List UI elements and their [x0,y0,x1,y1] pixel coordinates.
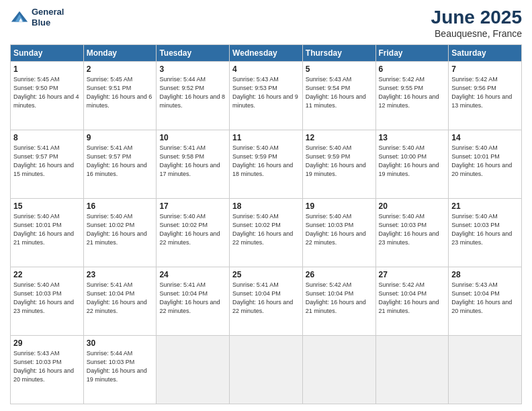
day-number: 2 [87,64,154,74]
col-header-wednesday: Wednesday [230,45,303,62]
day-number: 5 [306,64,373,74]
day-number: 14 [451,133,519,142]
calendar-cell: 27Sunrise: 5:42 AMSunset: 10:04 PMDaylig… [375,267,449,336]
calendar-cell: 8Sunrise: 5:41 AMSunset: 9:57 PMDaylight… [11,130,84,199]
main-title: June 2025 [431,7,522,28]
calendar-cell: 24Sunrise: 5:41 AMSunset: 10:04 PMDaylig… [157,267,230,336]
calendar-cell: 26Sunrise: 5:42 AMSunset: 10:04 PMDaylig… [302,267,375,336]
calendar-cell: 3Sunrise: 5:44 AMSunset: 9:52 PMDaylight… [157,62,230,130]
day-number: 24 [159,270,226,279]
day-info: Sunrise: 5:40 AMSunset: 9:59 PMDaylight:… [306,144,373,179]
day-info: Sunrise: 5:40 AMSunset: 10:02 PMDaylight… [159,212,226,247]
calendar-cell: 10Sunrise: 5:41 AMSunset: 9:58 PMDayligh… [157,130,230,199]
day-number: 29 [13,338,81,348]
col-header-sunday: Sunday [11,45,84,62]
calendar-cell: 12Sunrise: 5:40 AMSunset: 9:59 PMDayligh… [302,130,375,199]
day-number: 28 [451,270,519,279]
day-number: 13 [379,133,446,142]
col-header-thursday: Thursday [302,45,375,62]
calendar-cell: 22Sunrise: 5:40 AMSunset: 10:03 PMDaylig… [11,267,84,336]
calendar-cell: 1Sunrise: 5:45 AMSunset: 9:50 PMDaylight… [11,62,84,130]
logo-icon [10,8,29,27]
day-number: 6 [379,64,446,74]
calendar-cell: 21Sunrise: 5:40 AMSunset: 10:03 PMDaylig… [449,199,522,267]
day-number: 3 [159,64,226,74]
day-info: Sunrise: 5:44 AMSunset: 10:03 PMDaylight… [87,349,154,384]
day-number: 23 [87,270,154,279]
calendar-cell: 16Sunrise: 5:40 AMSunset: 10:02 PMDaylig… [83,199,157,267]
day-info: Sunrise: 5:40 AMSunset: 10:03 PMDaylight… [451,212,519,247]
day-number: 20 [379,201,446,211]
day-number: 21 [451,201,519,211]
day-info: Sunrise: 5:40 AMSunset: 10:01 PMDaylight… [13,212,81,247]
day-number: 17 [159,201,226,211]
day-info: Sunrise: 5:42 AMSunset: 9:56 PMDaylight:… [451,75,519,110]
calendar-cell: 14Sunrise: 5:40 AMSunset: 10:01 PMDaylig… [449,130,522,199]
calendar-cell: 2Sunrise: 5:45 AMSunset: 9:51 PMDaylight… [83,62,157,130]
day-info: Sunrise: 5:41 AMSunset: 10:04 PMDaylight… [87,281,154,316]
day-info: Sunrise: 5:45 AMSunset: 9:50 PMDaylight:… [13,75,81,110]
day-info: Sunrise: 5:41 AMSunset: 10:04 PMDaylight… [232,281,300,316]
calendar-cell: 4Sunrise: 5:43 AMSunset: 9:53 PMDaylight… [230,62,303,130]
day-info: Sunrise: 5:40 AMSunset: 10:02 PMDaylight… [232,212,300,247]
day-number: 9 [87,133,154,142]
day-info: Sunrise: 5:43 AMSunset: 10:04 PMDaylight… [451,281,519,316]
calendar-cell: 30Sunrise: 5:44 AMSunset: 10:03 PMDaylig… [83,336,157,404]
day-info: Sunrise: 5:42 AMSunset: 10:04 PMDaylight… [379,281,446,316]
title-block: June 2025 Beauquesne, France [431,7,522,39]
calendar-cell [230,336,303,404]
day-number: 26 [306,270,373,279]
calendar-cell: 18Sunrise: 5:40 AMSunset: 10:02 PMDaylig… [230,199,303,267]
day-info: Sunrise: 5:42 AMSunset: 9:55 PMDaylight:… [379,75,446,110]
calendar-cell: 23Sunrise: 5:41 AMSunset: 10:04 PMDaylig… [83,267,157,336]
day-number: 8 [13,133,81,142]
calendar-cell: 13Sunrise: 5:40 AMSunset: 10:00 PMDaylig… [375,130,449,199]
day-info: Sunrise: 5:40 AMSunset: 9:59 PMDaylight:… [232,144,300,179]
calendar-cell [302,336,375,404]
day-info: Sunrise: 5:41 AMSunset: 9:57 PMDaylight:… [87,144,154,179]
calendar-cell: 20Sunrise: 5:40 AMSunset: 10:03 PMDaylig… [375,199,449,267]
col-header-friday: Friday [375,45,449,62]
calendar-cell [375,336,449,404]
day-info: Sunrise: 5:40 AMSunset: 10:03 PMDaylight… [13,281,81,316]
logo: General Blue [10,7,64,28]
day-info: Sunrise: 5:41 AMSunset: 10:04 PMDaylight… [159,281,226,316]
calendar-cell: 19Sunrise: 5:40 AMSunset: 10:03 PMDaylig… [302,199,375,267]
calendar-cell: 28Sunrise: 5:43 AMSunset: 10:04 PMDaylig… [449,267,522,336]
col-header-tuesday: Tuesday [157,45,230,62]
calendar-cell: 29Sunrise: 5:43 AMSunset: 10:03 PMDaylig… [11,336,84,404]
calendar-cell: 6Sunrise: 5:42 AMSunset: 9:55 PMDaylight… [375,62,449,130]
calendar-cell: 15Sunrise: 5:40 AMSunset: 10:01 PMDaylig… [11,199,84,267]
day-number: 11 [232,133,300,142]
calendar-cell [449,336,522,404]
calendar-table: SundayMondayTuesdayWednesdayThursdayFrid… [10,44,522,404]
day-number: 18 [232,201,300,211]
day-number: 12 [306,133,373,142]
day-info: Sunrise: 5:43 AMSunset: 10:03 PMDaylight… [13,349,81,384]
day-number: 15 [13,201,81,211]
page: General Blue June 2025 Beauquesne, Franc… [0,0,532,411]
calendar-cell: 9Sunrise: 5:41 AMSunset: 9:57 PMDaylight… [83,130,157,199]
day-number: 10 [159,133,226,142]
calendar-cell: 11Sunrise: 5:40 AMSunset: 9:59 PMDayligh… [230,130,303,199]
day-info: Sunrise: 5:40 AMSunset: 10:03 PMDaylight… [306,212,373,247]
calendar-cell: 25Sunrise: 5:41 AMSunset: 10:04 PMDaylig… [230,267,303,336]
day-number: 19 [306,201,373,211]
calendar-cell: 17Sunrise: 5:40 AMSunset: 10:02 PMDaylig… [157,199,230,267]
day-number: 30 [87,338,154,348]
calendar-cell [157,336,230,404]
day-number: 4 [232,64,300,74]
day-info: Sunrise: 5:41 AMSunset: 9:58 PMDaylight:… [159,144,226,179]
day-number: 25 [232,270,300,279]
day-info: Sunrise: 5:40 AMSunset: 10:03 PMDaylight… [379,212,446,247]
col-header-saturday: Saturday [449,45,522,62]
col-header-monday: Monday [83,45,157,62]
day-info: Sunrise: 5:41 AMSunset: 9:57 PMDaylight:… [13,144,81,179]
day-number: 27 [379,270,446,279]
logo-text: General Blue [32,7,64,28]
calendar-cell: 7Sunrise: 5:42 AMSunset: 9:56 PMDaylight… [449,62,522,130]
calendar-cell: 5Sunrise: 5:43 AMSunset: 9:54 PMDaylight… [302,62,375,130]
day-info: Sunrise: 5:43 AMSunset: 9:54 PMDaylight:… [306,75,373,110]
day-number: 1 [13,64,81,74]
subtitle: Beauquesne, France [431,28,522,39]
